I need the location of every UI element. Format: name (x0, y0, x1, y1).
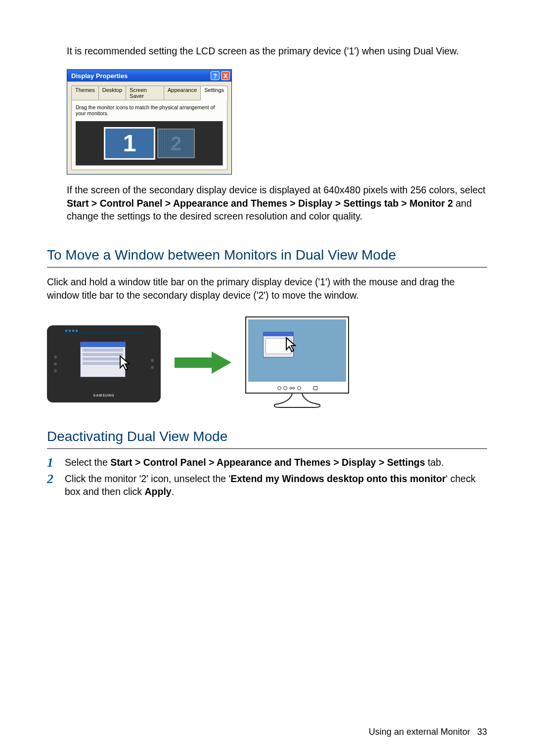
arrow-icon (175, 352, 231, 376)
device-brand-label: SAMSUNG (60, 394, 148, 397)
tab-appearance[interactable]: Appearance (164, 86, 201, 100)
monitor-1-icon[interactable]: 1 (104, 127, 155, 160)
resolution-paragraph: If the screen of the secondary display d… (47, 183, 487, 222)
heading-deactivate: Deactivating Dual View Mode (47, 429, 487, 449)
monitor-stand (245, 394, 349, 409)
tab-themes[interactable]: Themes (71, 86, 99, 100)
tab-panel-settings: Drag the monitor icons to match the phys… (71, 100, 227, 170)
step-1: 1 Select the Start > Control Panel > App… (47, 456, 487, 469)
step-2-text-a: Click the monitor '2' icon, unselect the… (65, 473, 230, 484)
monitor-controls (246, 384, 348, 393)
nav-path: Start > Control Panel > Appearance and T… (67, 198, 453, 209)
step-2-extend-label: Extend my Windows desktop onto this moni… (230, 473, 445, 484)
help-icon[interactable]: ? (211, 71, 220, 80)
heading-move-window: To Move a Window between Monitors in Dua… (47, 247, 487, 267)
tab-desktop[interactable]: Desktop (98, 86, 126, 100)
tab-settings[interactable]: Settings (200, 86, 228, 100)
move-window-paragraph: Click and hold a window title bar on the… (47, 275, 487, 302)
intro-paragraph: It is recommended setting the LCD screen… (47, 44, 487, 57)
monitor-screen (248, 319, 346, 382)
page-number: 33 (477, 727, 487, 737)
step-2: 2 Click the monitor '2' icon, unselect t… (47, 472, 487, 498)
tab-screen-saver[interactable]: Screen Saver (126, 86, 164, 100)
para-text-a: If the screen of the secondary display d… (67, 184, 486, 195)
device-screen (62, 332, 146, 333)
display-properties-window: Display Properties ? X Themes Desktop Sc… (67, 69, 232, 175)
step-1-text-a: Select the (65, 457, 110, 468)
window-titlebar: Display Properties ? X (67, 70, 231, 82)
monitor-arrangement-area: 1 2 (76, 121, 223, 166)
svg-point-1 (293, 387, 295, 389)
window-title: Display Properties (71, 72, 128, 80)
tab-bar: Themes Desktop Screen Saver Appearance S… (67, 82, 231, 100)
deactivate-steps: 1 Select the Start > Control Panel > App… (47, 456, 487, 498)
step-2-apply-label: Apply (145, 486, 172, 497)
close-icon[interactable]: X (221, 71, 230, 80)
monitor-2-icon[interactable]: 2 (157, 129, 195, 158)
step-1-text-b: tab. (425, 457, 444, 468)
drag-diagram: SAMSUNG (47, 316, 487, 411)
svg-point-0 (290, 387, 292, 389)
step-2-text-c: . (172, 486, 174, 497)
footer-section: Using an external Monitor (369, 727, 470, 737)
step-1-path: Start > Control Panel > Appearance and T… (110, 457, 425, 468)
drag-instructions: Drag the monitor icons to match the phys… (76, 104, 223, 116)
external-monitor (245, 316, 349, 411)
page-footer: Using an external Monitor33 (369, 727, 487, 737)
handheld-device: SAMSUNG (47, 325, 161, 402)
